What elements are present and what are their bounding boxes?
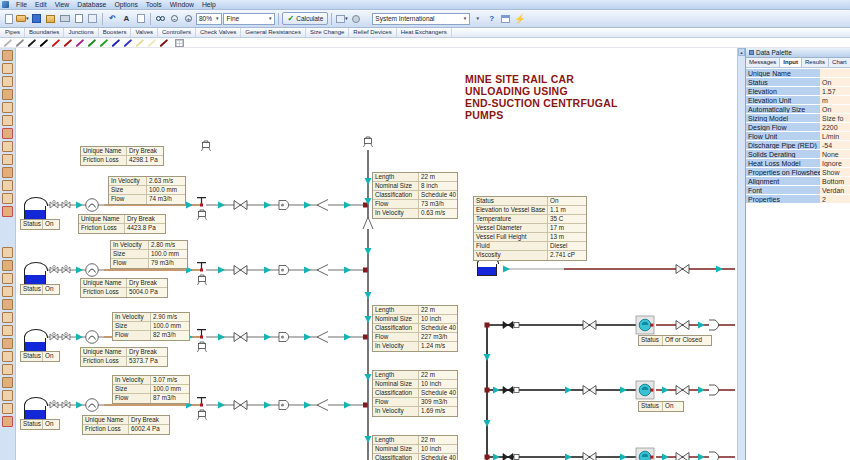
menu-item-window[interactable]: Window: [166, 0, 198, 10]
line-style-icon[interactable]: [75, 38, 85, 47]
tool-icon[interactable]: [2, 325, 13, 336]
menu-item-database[interactable]: Database: [73, 0, 110, 10]
tool-icon[interactable]: [2, 206, 13, 217]
line-style-icon[interactable]: [159, 38, 169, 47]
tool-icon[interactable]: [2, 299, 13, 310]
line-style-icon[interactable]: [27, 38, 37, 47]
line-style-icon[interactable]: [51, 38, 61, 47]
tool-icon[interactable]: [2, 286, 13, 297]
palette-row[interactable]: Solids DeratingNone: [746, 150, 850, 159]
unit-system-select[interactable]: System International▼: [372, 13, 470, 25]
print-icon[interactable]: [58, 12, 71, 25]
calculate-button[interactable]: ✓Calculate: [282, 12, 328, 25]
find-icon[interactable]: [154, 12, 167, 25]
line-style-icon[interactable]: [123, 38, 133, 47]
palette-row[interactable]: Automatically SizeOn: [746, 105, 850, 114]
menu-item-help[interactable]: Help: [198, 0, 220, 10]
tool-icon[interactable]: [2, 260, 13, 271]
scroll-up-icon[interactable]: ▲: [738, 48, 745, 56]
window-layout-icon[interactable]: [499, 12, 512, 25]
palette-row[interactable]: FontVerdan: [746, 186, 850, 195]
tab-check-valves[interactable]: Check Valves: [196, 28, 241, 37]
line-style-icon[interactable]: [15, 38, 25, 47]
open-file-icon[interactable]: ▾: [16, 12, 29, 25]
palette-row[interactable]: Discharge Pipe (RED)-54: [746, 141, 850, 150]
options-icon[interactable]: [349, 12, 362, 25]
tool-icon[interactable]: [2, 273, 13, 284]
palette-row[interactable]: Sizing ModelSize fo: [746, 114, 850, 123]
menu-item-edit[interactable]: Edit: [31, 0, 51, 10]
palette-row[interactable]: Design Flow2200: [746, 123, 850, 132]
tab-relief-devices[interactable]: Relief Devices: [349, 28, 396, 37]
line-style-icon[interactable]: [63, 38, 73, 47]
line-style-icon[interactable]: [135, 38, 145, 47]
tool-icon[interactable]: [2, 154, 13, 165]
save-all-icon[interactable]: [44, 12, 57, 25]
tool-icon[interactable]: [2, 63, 13, 74]
menu-item-view[interactable]: View: [51, 0, 74, 10]
grid-icon[interactable]: [175, 39, 184, 47]
tab-size-change[interactable]: Size Change: [306, 28, 349, 37]
line-style-icon[interactable]: [39, 38, 49, 47]
menu-item-file[interactable]: File: [12, 0, 31, 10]
flowsheet-canvas[interactable]: MINE SITE RAIL CAR UNLOADING USING END-S…: [16, 48, 737, 460]
line-style-icon[interactable]: [111, 38, 121, 47]
detail-level-select[interactable]: Fine▼: [223, 13, 275, 25]
palette-row[interactable]: Unique Name: [746, 69, 850, 78]
save-icon[interactable]: [30, 12, 43, 25]
palette-tab-input[interactable]: Input: [780, 58, 802, 67]
tool-icon[interactable]: [2, 247, 13, 258]
menu-item-tools[interactable]: Tools: [142, 0, 166, 10]
receiving-vessel[interactable]: [477, 262, 497, 276]
palette-row[interactable]: AlignmentBottom: [746, 177, 850, 186]
tool-icon[interactable]: [2, 377, 13, 388]
tab-valves[interactable]: Valves: [131, 28, 158, 37]
palette-row[interactable]: Properties2: [746, 195, 850, 204]
tool-icon[interactable]: [2, 351, 13, 362]
menu-item-options[interactable]: Options: [110, 0, 141, 10]
font-icon[interactable]: A: [120, 12, 133, 25]
tool-icon[interactable]: [2, 128, 13, 139]
dropdown-icon[interactable]: ▼: [471, 12, 484, 25]
tab-pipes[interactable]: Pipes: [1, 28, 25, 37]
tool-icon[interactable]: [2, 193, 13, 204]
palette-tab-results[interactable]: Results: [802, 58, 829, 67]
line-style-icon[interactable]: [87, 38, 97, 47]
tool-icon[interactable]: [2, 403, 13, 414]
tab-junctions[interactable]: Junctions: [64, 28, 98, 37]
tool-icon[interactable]: [2, 167, 13, 178]
line-style-icon[interactable]: [3, 38, 13, 47]
zoom-out-icon[interactable]: -: [168, 12, 181, 25]
palette-row[interactable]: Elevation1.57: [746, 87, 850, 96]
palette-row[interactable]: Elevation Unitm: [746, 96, 850, 105]
layout-icon[interactable]: ▾: [335, 12, 348, 25]
page-setup-icon[interactable]: [86, 12, 99, 25]
tab-controllers[interactable]: Controllers: [158, 28, 196, 37]
tool-icon[interactable]: [2, 312, 13, 323]
tab-heat-exchangers[interactable]: Heat Exchangers: [397, 28, 452, 37]
tool-icon[interactable]: [2, 76, 13, 87]
tool-icon[interactable]: [2, 364, 13, 375]
palette-tab-messages[interactable]: Messages: [746, 58, 780, 67]
palette-row[interactable]: Properties on FlowsheetShow: [746, 168, 850, 177]
line-style-icon[interactable]: [99, 38, 109, 47]
canvas-scrollbar[interactable]: ▲: [737, 48, 745, 460]
palette-row[interactable]: Heat Loss ModelIgnore: [746, 159, 850, 168]
storage-tank[interactable]: [24, 269, 46, 285]
tool-icon[interactable]: [2, 180, 13, 191]
zoom-level-select[interactable]: 80%▼: [196, 13, 222, 25]
tool-icon[interactable]: [2, 50, 13, 61]
tool-icon[interactable]: [2, 102, 13, 113]
tool-icon[interactable]: [2, 141, 13, 152]
storage-tank[interactable]: [24, 336, 46, 352]
print-preview-icon[interactable]: [72, 12, 85, 25]
storage-tank[interactable]: [24, 204, 46, 220]
zoom-in-icon[interactable]: +: [182, 12, 195, 25]
tool-icon[interactable]: [2, 115, 13, 126]
tab-boosters[interactable]: Boosters: [99, 28, 132, 37]
palette-row[interactable]: StatusOn: [746, 78, 850, 87]
palette-row[interactable]: Flow UnitL/min: [746, 132, 850, 141]
line-style-icon[interactable]: [147, 38, 157, 47]
storage-tank[interactable]: [24, 404, 46, 420]
tool-icon[interactable]: [2, 89, 13, 100]
